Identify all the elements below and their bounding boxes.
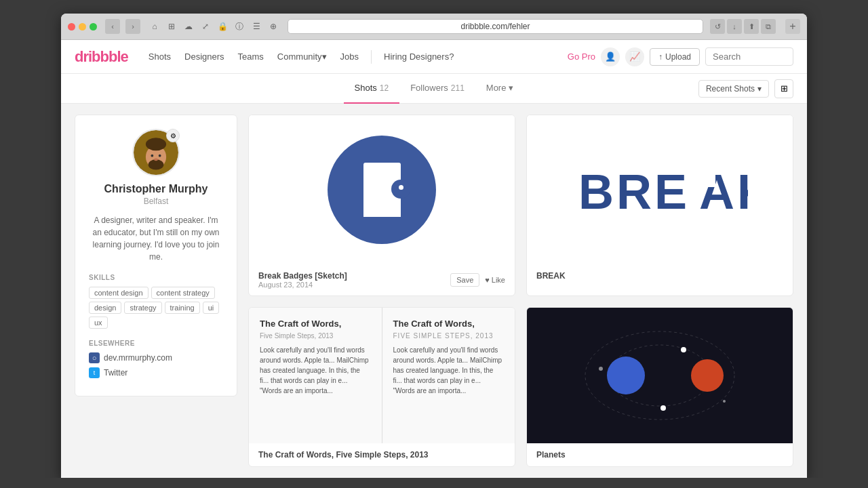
nav-community[interactable]: Community ▾ (271, 40, 334, 74)
download-icon[interactable]: ↓ (727, 19, 742, 34)
location-icon[interactable]: ⊕ (266, 19, 281, 34)
svg-point-3 (149, 159, 164, 169)
shot-meta-3: The Craft of Words, Five Simple Steps, 2… (249, 443, 515, 466)
shot-save-button-1[interactable]: Save (450, 273, 479, 287)
shot-card-4: Planets (526, 307, 793, 467)
elsewhere-section: ○ dev.mrmurphy.com t Twitter (89, 352, 223, 378)
home-icon[interactable]: ⌂ (147, 19, 162, 34)
dribbble-logo[interactable]: dribbble (75, 48, 128, 66)
shot-thumbnail-4[interactable] (527, 308, 793, 443)
toolbar-icons: ⌂ ⊞ ☁ ⤢ 🔒 ⓘ ☰ ⊕ (147, 19, 281, 34)
craft-subtitle-left: Five Simple Steps, 2013 (260, 332, 371, 340)
more-tab-label: More (486, 83, 507, 93)
expand-icon[interactable]: ⤢ (198, 19, 213, 34)
craft-title-left: The Craft of Words, (260, 319, 371, 330)
cloud-icon[interactable]: ☁ (181, 19, 196, 34)
skill-ui[interactable]: ui (203, 302, 220, 314)
craft-subtitle-right: FIVE SIMPLE STEPS, 2013 (393, 332, 505, 340)
skill-ux[interactable]: ux (89, 317, 108, 329)
browser-toolbar: ‹ › ⌂ ⊞ ☁ ⤢ 🔒 ⓘ ☰ ⊕ dribbble.com/fehler … (61, 14, 807, 40)
upload-button[interactable]: ↑ Upload (650, 48, 700, 66)
svg-rect-9 (701, 169, 715, 187)
nav-right: Go Pro 👤 📈 ↑ Upload (568, 47, 793, 66)
share-icon[interactable]: ⬆ (744, 19, 759, 34)
main-nav: dribbble Shots Designers Teams Community… (61, 40, 807, 74)
go-pro-button[interactable]: Go Pro (568, 52, 595, 62)
tab-shots[interactable]: Shots 12 (344, 74, 400, 104)
recent-shots-button[interactable]: Recent Shots ▾ (698, 80, 769, 98)
back-button[interactable]: ‹ (105, 19, 120, 34)
shot-title-3: The Craft of Words, Five Simple Steps, 2… (258, 450, 429, 460)
link-twitter[interactable]: t Twitter (89, 367, 223, 378)
shot-thumbnail-1[interactable] (249, 115, 515, 264)
like-label-1: Like (492, 276, 505, 284)
break-badge-graphic (328, 136, 436, 244)
window-icon[interactable]: ⧉ (761, 19, 776, 34)
profile-bio: A designer, writer and speaker. I'm an e… (89, 214, 223, 263)
address-bar[interactable]: dribbble.com/fehler (288, 19, 703, 34)
shot-title-4: Planets (536, 450, 566, 460)
svg-point-14 (681, 347, 686, 352)
nav-jobs[interactable]: Jobs (334, 40, 366, 74)
twitter-icon: t (89, 367, 100, 378)
craft-text-left: Look carefully and you'll find words aro… (260, 345, 371, 396)
nav-teams[interactable]: Teams (231, 40, 271, 74)
nav-designers[interactable]: Designers (178, 40, 231, 74)
minimize-button[interactable] (79, 23, 86, 30)
forward-button[interactable]: › (125, 19, 140, 34)
gear-icon: ⚙ (170, 132, 176, 140)
nav-divider (371, 50, 372, 64)
nav-links: Shots Designers Teams Community ▾ Jobs (142, 40, 366, 74)
grid-icon[interactable]: ⊞ (164, 19, 179, 34)
skill-content-design[interactable]: content design (89, 287, 149, 299)
svg-point-4 (151, 155, 153, 157)
shot-like-button-1[interactable]: ♥ Like (485, 276, 505, 284)
refresh-icon[interactable]: ↺ (710, 19, 725, 34)
shot-meta-4: Planets (527, 443, 793, 466)
user-avatar-nav[interactable]: 👤 (601, 47, 620, 66)
shots-grid: Break Badges [Sketch] August 23, 2014 Sa… (248, 115, 793, 467)
svg-point-13 (691, 359, 724, 392)
profile-card: ⚙ Christopher Murphy Belfast A designer,… (75, 115, 237, 396)
skill-content-strategy[interactable]: content strategy (151, 287, 215, 299)
svg-point-6 (154, 158, 158, 161)
add-tab-button[interactable]: + (785, 19, 800, 34)
shot-card-1: Break Badges [Sketch] August 23, 2014 Sa… (248, 115, 515, 296)
followers-count: 211 (451, 83, 465, 93)
shot-thumbnail-2[interactable]: BRE AK (527, 115, 793, 264)
grid-toggle-button[interactable]: ⊞ (774, 79, 793, 98)
maximize-button[interactable] (90, 23, 97, 30)
shot-info-2: BREAK (536, 271, 566, 281)
close-button[interactable] (68, 23, 75, 30)
skill-training[interactable]: training (165, 302, 200, 314)
tab-more[interactable]: More ▾ (475, 74, 525, 104)
skill-strategy[interactable]: strategy (124, 302, 161, 314)
craft-text-right: Look carefully and you'll find words aro… (393, 345, 505, 396)
profile-name: Christopher Murphy (89, 183, 223, 195)
shot-info-3: The Craft of Words, Five Simple Steps, 2… (258, 450, 429, 460)
profile-gear-button[interactable]: ⚙ (166, 129, 180, 142)
craft-container: The Craft of Words, Five Simple Steps, 2… (249, 308, 515, 443)
shot-info-1: Break Badges [Sketch] August 23, 2014 (258, 271, 347, 289)
browser-actions: ↺ ↓ ⬆ ⧉ (710, 19, 776, 34)
search-input[interactable] (705, 47, 793, 66)
shot-thumbnail-3[interactable]: The Craft of Words, Five Simple Steps, 2… (249, 308, 515, 443)
svg-text:BRE: BRE (578, 165, 690, 217)
svg-point-12 (607, 357, 645, 394)
skill-design[interactable]: design (89, 302, 121, 314)
activity-icon[interactable]: 📈 (625, 47, 644, 66)
tab-followers[interactable]: Followers 211 (399, 74, 475, 104)
skills-list: content design content strategy design s… (89, 287, 223, 329)
info-icon[interactable]: ⓘ (232, 19, 247, 34)
link-website[interactable]: ○ dev.mrmurphy.com (89, 352, 223, 363)
followers-tab-label: Followers (410, 83, 448, 93)
shot-card-2: BRE AK BREAK (526, 115, 793, 296)
main-content: ⚙ Christopher Murphy Belfast A designer,… (61, 104, 807, 478)
nav-shots[interactable]: Shots (142, 40, 178, 74)
chevron-down-icon-recent: ▾ (757, 84, 762, 94)
chevron-down-icon-more: ▾ (509, 83, 513, 93)
settings-icon[interactable]: ☰ (249, 19, 264, 34)
nav-hiring[interactable]: Hiring Designers? (377, 40, 460, 74)
profile-location: Belfast (89, 197, 223, 206)
lock-icon[interactable]: 🔒 (215, 19, 230, 34)
